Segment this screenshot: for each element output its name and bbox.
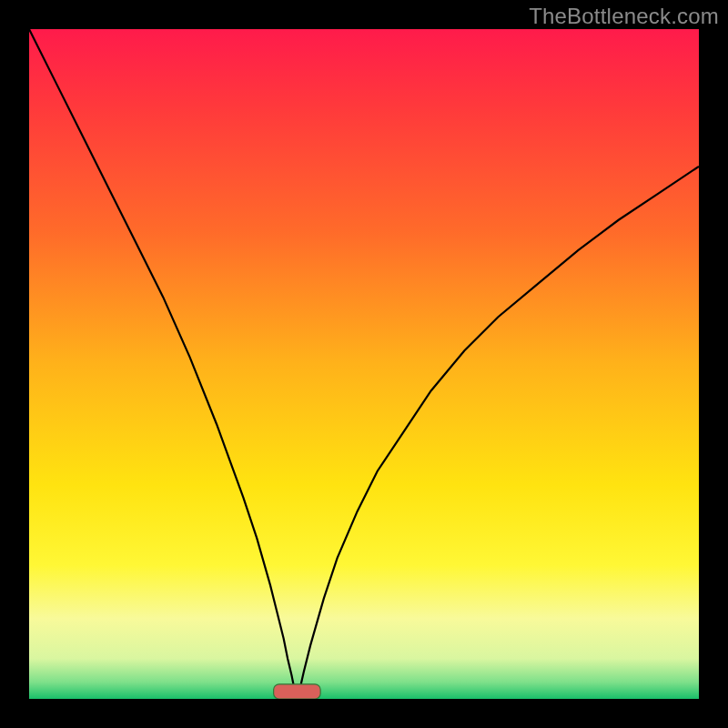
plot-area — [29, 29, 699, 699]
watermark-text: TheBottleneck.com — [529, 4, 719, 29]
gradient-background — [29, 29, 699, 699]
optimum-marker — [274, 684, 321, 699]
chart-frame: TheBottleneck.com — [0, 0, 728, 728]
chart-svg — [29, 29, 699, 699]
